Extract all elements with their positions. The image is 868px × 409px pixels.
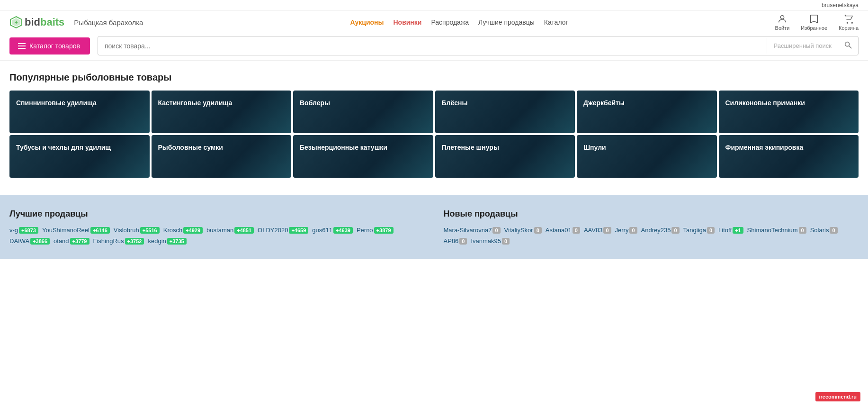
list-item: Andrey2350 <box>641 227 680 234</box>
seller-link[interactable]: YouShimanoReel <box>42 227 89 234</box>
category-card[interactable]: Спиннинговые удилища <box>9 91 150 133</box>
seller-badge: +3735 <box>167 238 187 245</box>
cart-label: Корзина <box>839 25 859 31</box>
seller-link[interactable]: Ivanmak95 <box>471 237 501 245</box>
nav-sale[interactable]: Распродажа <box>431 18 469 26</box>
logo-link[interactable]: ✦ bidbaits <box>9 16 64 29</box>
list-item: DAIWA+3866 <box>9 237 50 245</box>
category-card[interactable]: Безынерционные катушки <box>293 135 433 178</box>
seller-link[interactable]: Solaris <box>810 227 829 234</box>
seller-link[interactable]: Astana01 <box>546 227 572 234</box>
svg-text:✦: ✦ <box>14 20 18 25</box>
user-icon <box>777 14 787 24</box>
list-item: Astana010 <box>546 227 580 234</box>
seller-badge: 0 <box>830 227 837 234</box>
site-subtitle: Рыбацкая барахолка <box>74 18 143 27</box>
list-item: otand+3779 <box>54 237 89 245</box>
list-item: Tangiiga0 <box>683 227 715 234</box>
seller-link[interactable]: gus611 <box>312 227 332 234</box>
list-item: bustaman+4851 <box>206 227 254 234</box>
seller-badge: +6146 <box>90 227 110 234</box>
new-sellers-col: Новые продавцы Mara-Silvarovna70VitaliyS… <box>444 209 859 245</box>
seller-link[interactable]: v-g <box>9 227 18 234</box>
login-action[interactable]: Войти <box>775 14 790 31</box>
list-item: AP860 <box>444 237 467 245</box>
seller-link[interactable]: DAIWA <box>9 237 29 245</box>
seller-link[interactable]: ShimanoTechnium <box>747 227 798 234</box>
seller-link[interactable]: Krosch <box>163 227 182 234</box>
list-item: Ivanmak950 <box>471 237 510 245</box>
list-item: Solaris0 <box>810 227 838 234</box>
seller-link[interactable]: Vislobruh <box>114 227 139 234</box>
seller-link[interactable]: Mara-Silvarovna7 <box>444 227 492 234</box>
seller-link[interactable]: Jerry <box>615 227 629 234</box>
seller-link[interactable]: OLDY2020 <box>258 227 288 234</box>
search-wrapper: Расширенный поиск <box>98 36 859 55</box>
best-sellers-col: Лучшие продавцы v-g+6873YouShimanoReel+6… <box>9 209 425 245</box>
list-item: Litoff+1 <box>718 227 743 234</box>
header-actions: Войти Избранное Корзина <box>775 14 859 31</box>
seller-badge: 0 <box>629 227 637 234</box>
seller-link[interactable]: Perno <box>357 227 373 234</box>
list-item: YouShimanoReel+6146 <box>42 227 110 234</box>
cart-action[interactable]: Корзина <box>839 14 859 31</box>
logo-icon: ✦ <box>9 16 23 29</box>
seller-link[interactable]: kedgin <box>148 237 166 245</box>
login-label: Войти <box>775 25 790 31</box>
nav-best-sellers[interactable]: Лучшие продавцы <box>478 18 535 26</box>
category-card[interactable]: Джеркбейты <box>577 91 717 133</box>
nav-catalog[interactable]: Каталог <box>544 18 568 26</box>
list-item: Vislobruh+5516 <box>114 227 160 234</box>
username: brusenetskaya <box>822 2 859 9</box>
search-button[interactable] <box>838 36 858 55</box>
categories-grid: Спиннинговые удилищаКастинговые удилищаВ… <box>9 91 859 178</box>
category-card[interactable]: Силиконовые приманки <box>719 91 859 133</box>
sellers-grid: Лучшие продавцы v-g+6873YouShimanoReel+6… <box>9 209 859 245</box>
cart-icon <box>843 14 854 24</box>
seller-badge: +5516 <box>140 227 160 234</box>
seller-link[interactable]: VitaliySkor <box>504 227 533 234</box>
category-card[interactable]: Воблеры <box>293 91 433 133</box>
nav-auctions[interactable]: Аукционы <box>350 18 384 26</box>
seller-badge: 0 <box>492 227 500 234</box>
list-item: Krosch+4929 <box>163 227 203 234</box>
favorites-action[interactable]: Избранное <box>801 14 827 31</box>
list-item: gus611+4639 <box>312 227 353 234</box>
seller-badge: 0 <box>707 227 715 234</box>
seller-badge: 0 <box>502 238 510 245</box>
logo-text: bidbaits <box>25 16 64 28</box>
nav-new[interactable]: Новинки <box>393 18 421 26</box>
list-item: Mara-Silvarovna70 <box>444 227 501 234</box>
seller-link[interactable]: otand <box>54 237 69 245</box>
category-card[interactable]: Рыболовные сумки <box>152 135 292 178</box>
bookmark-icon <box>809 14 819 24</box>
catalog-btn-label: Каталог товаров <box>29 42 80 50</box>
seller-badge: +3879 <box>374 227 394 234</box>
new-sellers-list: Mara-Silvarovna70VitaliySkor0Astana010AA… <box>444 227 859 245</box>
category-card[interactable]: Кастинговые удилища <box>152 91 292 133</box>
seller-badge: +3752 <box>125 238 144 245</box>
category-card[interactable]: Плетеные шнуры <box>435 135 575 178</box>
seller-link[interactable]: AP86 <box>444 237 459 245</box>
seller-link[interactable]: bustaman <box>206 227 233 234</box>
seller-link[interactable]: AAV83 <box>584 227 603 234</box>
category-card[interactable]: Блёсны <box>435 91 575 133</box>
list-item: OLDY2020+4659 <box>258 227 308 234</box>
svg-line-7 <box>849 46 851 48</box>
search-input[interactable] <box>98 38 767 54</box>
seller-link[interactable]: Andrey235 <box>641 227 671 234</box>
seller-badge: +1 <box>733 227 743 234</box>
seller-badge: 0 <box>799 227 806 234</box>
catalog-button[interactable]: Каталог товаров <box>9 37 90 55</box>
category-card[interactable]: Фирменная экипировка <box>719 135 859 178</box>
popular-section: Популярные рыболовные товары Спиннинговы… <box>0 61 868 187</box>
seller-link[interactable]: Litoff <box>718 227 732 234</box>
seller-badge: 0 <box>573 227 580 234</box>
category-card[interactable]: Тубусы и чехлы для удилищ <box>9 135 150 178</box>
search-bar-row: Каталог товаров Расширенный поиск <box>0 31 868 61</box>
seller-link[interactable]: Tangiiga <box>683 227 706 234</box>
advanced-search-label[interactable]: Расширенный поиск <box>767 38 838 54</box>
seller-link[interactable]: FishingRus <box>93 237 124 245</box>
category-card[interactable]: Шпули <box>577 135 717 178</box>
seller-badge: +4929 <box>183 227 203 234</box>
